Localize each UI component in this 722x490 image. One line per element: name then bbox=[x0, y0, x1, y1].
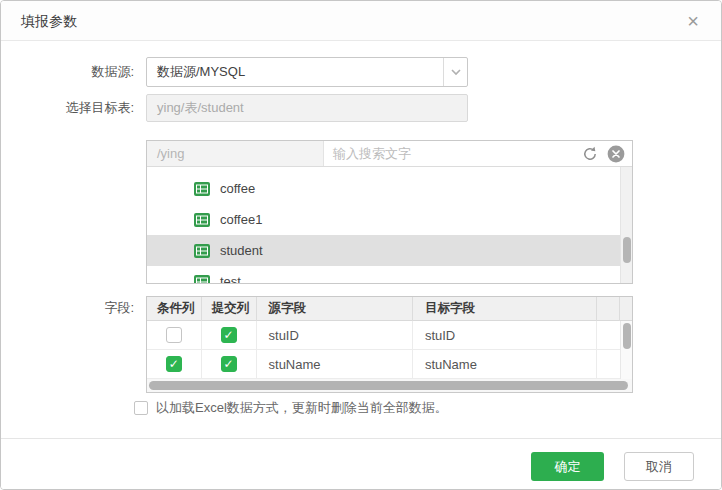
table-name: student bbox=[220, 243, 263, 258]
table-list: coffee coffee1 student bbox=[147, 167, 620, 283]
ok-button[interactable]: 确定 bbox=[531, 452, 604, 481]
table-grid-icon bbox=[194, 275, 210, 284]
target-table-label: 选择目标表: bbox=[1, 94, 134, 122]
submit-checkbox[interactable] bbox=[221, 356, 237, 372]
table-grid-icon bbox=[194, 182, 210, 196]
table-grid-icon bbox=[194, 213, 210, 227]
condition-cell bbox=[147, 350, 202, 378]
fields-vscrollbar-thumb[interactable] bbox=[623, 323, 631, 349]
col-header-source: 源字段 bbox=[257, 297, 413, 321]
tree-panel-header: /ying 输入搜索文字 bbox=[147, 141, 632, 167]
source-field-cell: stuID bbox=[257, 321, 413, 349]
condition-checkbox[interactable] bbox=[166, 356, 182, 372]
table-row: stuID stuID bbox=[147, 321, 620, 350]
clear-icon[interactable] bbox=[607, 145, 625, 163]
spacer-cell bbox=[597, 321, 620, 349]
list-item-table[interactable]: test bbox=[147, 266, 620, 283]
datasource-label: 数据源: bbox=[1, 57, 134, 87]
target-field-cell: stuName bbox=[413, 350, 597, 378]
target-field-cell: stuID bbox=[413, 321, 597, 349]
close-icon[interactable]: × bbox=[681, 9, 705, 33]
fields-table: 条件列 提交列 源字段 目标字段 stuID stuID stuName stu… bbox=[146, 296, 633, 393]
cancel-button[interactable]: 取消 bbox=[624, 452, 694, 481]
tree-scrollbar-thumb[interactable] bbox=[623, 237, 631, 263]
source-field-cell: stuName bbox=[257, 350, 413, 378]
search-input[interactable]: 输入搜索文字 bbox=[333, 141, 411, 166]
fields-table-body: stuID stuID stuName stuName bbox=[147, 321, 620, 379]
excel-mode-label: 以加载Excel数据方式，更新时删除当前全部数据。 bbox=[156, 399, 448, 417]
breadcrumb-path: /ying bbox=[147, 141, 323, 166]
fields-table-header: 条件列 提交列 源字段 目标字段 bbox=[147, 297, 632, 321]
fill-report-params-dialog: 填报参数 × 数据源: 数据源/MYSQL 选择目标表: ying/表/stud… bbox=[0, 0, 722, 490]
excel-option-row: 以加载Excel数据方式，更新时删除当前全部数据。 bbox=[134, 399, 448, 417]
table-name: coffee1 bbox=[220, 212, 262, 227]
col-header-spacer bbox=[597, 297, 620, 321]
fields-label: 字段: bbox=[1, 296, 134, 320]
submit-cell bbox=[202, 350, 257, 378]
col-header-submit: 提交列 bbox=[202, 297, 257, 321]
submit-cell bbox=[202, 321, 257, 349]
list-item-table[interactable]: coffee bbox=[147, 173, 620, 204]
dialog-titlebar: 填报参数 × bbox=[1, 1, 721, 41]
target-table-input: ying/表/student bbox=[146, 94, 468, 122]
fields-hscrollbar-thumb[interactable] bbox=[149, 381, 628, 390]
dialog-title: 填报参数 bbox=[21, 1, 77, 41]
tree-vertical-scrollbar[interactable] bbox=[620, 167, 632, 283]
excel-mode-checkbox[interactable] bbox=[134, 401, 148, 415]
list-item-table[interactable]: student bbox=[147, 235, 620, 266]
target-table-value: ying/表/student bbox=[157, 95, 244, 121]
table-name: test bbox=[220, 274, 241, 283]
table-tree-panel: /ying 输入搜索文字 bbox=[146, 140, 633, 284]
condition-cell bbox=[147, 321, 202, 349]
col-header-target: 目标字段 bbox=[413, 297, 597, 321]
spacer-cell bbox=[597, 350, 620, 378]
table-row: stuName stuName bbox=[147, 350, 620, 379]
breadcrumb: /ying bbox=[147, 141, 324, 166]
list-item-table[interactable]: coffee1 bbox=[147, 204, 620, 235]
datasource-select[interactable]: 数据源/MYSQL bbox=[146, 57, 468, 87]
datasource-selected-value: 数据源/MYSQL bbox=[157, 58, 245, 86]
submit-checkbox[interactable] bbox=[221, 327, 237, 343]
table-name: coffee bbox=[220, 181, 255, 196]
condition-checkbox[interactable] bbox=[166, 327, 182, 343]
dialog-footer: 确定 取消 bbox=[1, 438, 721, 489]
col-header-scroll-spacer bbox=[620, 297, 632, 321]
fields-horizontal-scrollbar[interactable] bbox=[147, 379, 632, 392]
table-grid-icon bbox=[194, 244, 210, 258]
fields-vertical-scrollbar[interactable] bbox=[620, 321, 632, 379]
chevron-down-icon bbox=[443, 58, 467, 86]
col-header-condition: 条件列 bbox=[147, 297, 202, 321]
refresh-icon[interactable] bbox=[582, 146, 598, 162]
